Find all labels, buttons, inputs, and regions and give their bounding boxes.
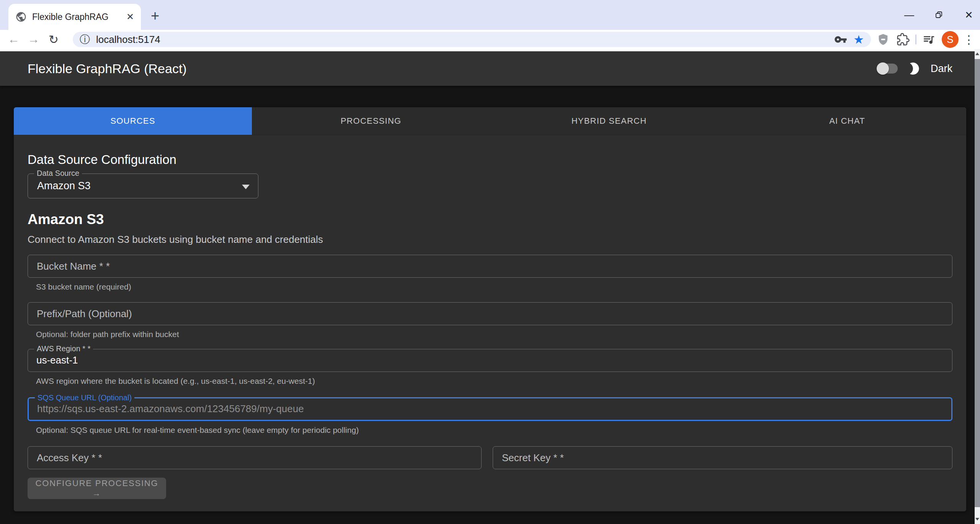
close-window-icon[interactable]: ✕ <box>963 9 975 21</box>
extensions-puzzle-icon[interactable] <box>895 32 911 47</box>
app-tabs: SOURCES PROCESSING HYBRID SEARCH AI CHAT <box>14 107 966 135</box>
minimize-icon[interactable]: — <box>903 9 915 21</box>
page-title: Data Source Configuration <box>28 135 952 167</box>
access-key-input[interactable] <box>28 447 481 469</box>
new-tab-button[interactable]: + <box>148 8 162 23</box>
section-heading: Amazon S3 <box>28 211 952 228</box>
secret-key-input[interactable] <box>493 447 952 469</box>
screen: Flexible GraphRAG ✕ + — ✕ ← → ↻ ⓘ localh… <box>0 0 980 524</box>
restore-icon[interactable] <box>933 9 945 21</box>
moon-icon <box>907 61 921 76</box>
tab-hybrid-search[interactable]: HYBRID SEARCH <box>490 107 728 135</box>
aws-region-input[interactable] <box>28 349 952 372</box>
browser-tab-title: Flexible GraphRAG <box>32 12 121 22</box>
toolbar-separator <box>915 34 916 44</box>
data-source-select-value: Amazon S3 <box>37 180 91 192</box>
scrollbar-down-arrow-icon[interactable] <box>975 518 979 521</box>
site-info-icon[interactable]: ⓘ <box>80 33 90 46</box>
forward-icon[interactable]: → <box>26 32 41 47</box>
prefix-path-field[interactable]: Prefix/Path (Optional) <box>28 302 952 325</box>
profile-avatar[interactable]: S <box>942 31 959 48</box>
window-controls: — ✕ <box>903 0 975 30</box>
reload-icon[interactable]: ↻ <box>46 32 61 47</box>
url-text[interactable]: localhost:5174 <box>96 34 828 46</box>
configure-processing-button[interactable]: CONFIGURE PROCESSING → <box>28 478 166 499</box>
scrollbar-up-arrow-icon[interactable] <box>975 52 979 55</box>
bucket-name-helper: S3 bucket name (required) <box>36 282 952 291</box>
prefix-path-input[interactable] <box>28 303 952 325</box>
favicon-globe-icon <box>15 11 27 23</box>
section-description: Connect to Amazon S3 buckets using bucke… <box>28 234 952 246</box>
sqs-queue-url-input[interactable] <box>29 398 951 420</box>
page: Flexible GraphRAG (React) Dark SOURCES P… <box>0 49 975 524</box>
tab-close-icon[interactable]: ✕ <box>126 12 134 21</box>
back-icon[interactable]: ← <box>6 32 21 47</box>
address-bar[interactable]: ⓘ localhost:5174 ★ <box>73 32 871 47</box>
sources-panel: Data Source Configuration Data Source Am… <box>14 135 966 511</box>
app-title: Flexible GraphRAG (React) <box>28 61 878 76</box>
aws-region-field[interactable]: AWS Region * * <box>28 349 952 372</box>
tab-sources[interactable]: SOURCES <box>14 107 252 135</box>
toolbar-extensions-area: S ⋮ <box>871 31 975 48</box>
password-key-icon[interactable] <box>834 33 847 46</box>
secret-key-field[interactable]: Secret Key * * <box>493 446 952 469</box>
browser-menu-icon[interactable]: ⋮ <box>963 33 975 46</box>
tab-processing[interactable]: PROCESSING <box>252 107 490 135</box>
tab-ai-chat[interactable]: AI CHAT <box>728 107 966 135</box>
data-source-select[interactable]: Data Source Amazon S3 <box>28 174 258 198</box>
browser-tabstrip: Flexible GraphRAG ✕ + — ✕ <box>0 0 980 30</box>
theme-switch-thumb[interactable] <box>877 62 889 75</box>
data-source-select-label: Data Source <box>34 169 82 178</box>
theme-switch[interactable] <box>878 64 898 74</box>
credentials-row: Access Key * * Secret Key * * <box>28 446 952 469</box>
shield-icon[interactable] <box>875 32 891 47</box>
app-header: Flexible GraphRAG (React) Dark <box>0 51 975 86</box>
aws-region-helper: AWS region where the bucket is located (… <box>36 377 952 386</box>
sqs-queue-url-field[interactable]: SQS Queue URL (Optional) <box>28 397 952 421</box>
theme-toggle-cluster: Dark <box>878 61 952 76</box>
access-key-field[interactable]: Access Key * * <box>28 446 482 469</box>
bookmark-star-icon[interactable]: ★ <box>853 34 864 46</box>
browser-toolbar: ← → ↻ ⓘ localhost:5174 ★ S ⋮ <box>0 30 980 49</box>
bucket-name-input[interactable] <box>28 255 952 277</box>
bucket-name-field[interactable]: Bucket Name * * <box>28 255 952 278</box>
chevron-down-icon <box>242 185 250 189</box>
prefix-path-helper: Optional: folder path prefix within buck… <box>36 330 952 339</box>
browser-tab[interactable]: Flexible GraphRAG ✕ <box>8 4 141 30</box>
scrollbar-thumb[interactable] <box>975 59 980 507</box>
theme-label: Dark <box>931 63 952 75</box>
media-controls-icon[interactable] <box>921 32 936 47</box>
content-card: SOURCES PROCESSING HYBRID SEARCH AI CHAT… <box>14 107 966 511</box>
page-scrollbar[interactable] <box>975 49 980 524</box>
sqs-queue-url-helper: Optional: SQS queue URL for real-time ev… <box>36 426 952 435</box>
